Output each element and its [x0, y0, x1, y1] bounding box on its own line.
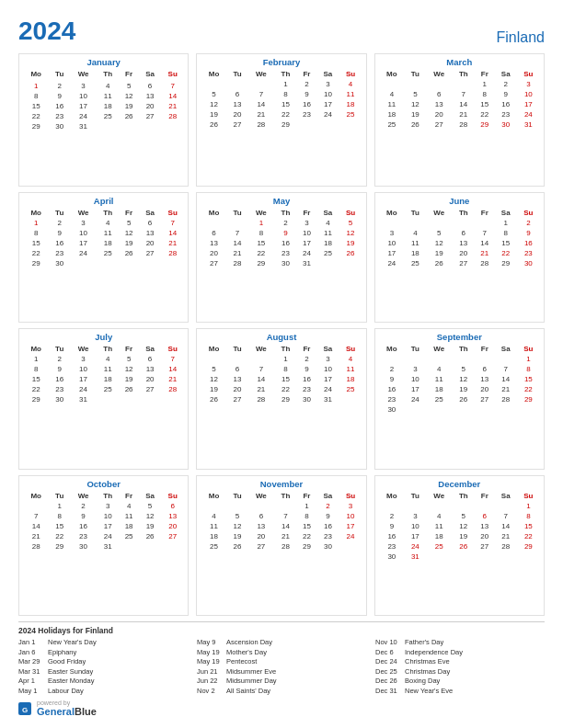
calendar-day: 7 [161, 354, 184, 364]
holiday-date: Apr 1 [18, 677, 44, 685]
calendar-day: 7 [227, 228, 248, 238]
calendar-day: 31 [97, 541, 119, 552]
holiday-date: May 19 [197, 648, 223, 656]
year-label: 2024 [18, 17, 75, 46]
calendar-day: 10 [405, 374, 426, 384]
calendar-day: 21 [161, 374, 184, 384]
list-item: May 19Mother's Day [197, 648, 366, 656]
calendar-day: 21 [247, 109, 274, 119]
calendar-day: 22 [517, 531, 540, 541]
calendar-day: 26 [453, 394, 475, 404]
calendar-day: 13 [201, 238, 226, 248]
calendar-day: 19 [119, 238, 139, 248]
calendar-day: 27 [227, 394, 248, 404]
calendar-day: 17 [379, 248, 405, 258]
calendar-day: 16 [49, 374, 70, 384]
calendar-day: 24 [70, 111, 97, 121]
calendar-day: 31 [296, 258, 316, 268]
calendar-day: 7 [475, 228, 495, 238]
calendar-day [227, 354, 248, 364]
calendar-day: 14 [495, 374, 517, 384]
calendar-day: 9 [49, 228, 70, 238]
calendar-day [379, 501, 405, 511]
calendar-day: 28 [495, 541, 517, 552]
calendar-day [339, 394, 362, 404]
calendar-day: 29 [23, 394, 49, 404]
calendar-day: 24 [316, 109, 339, 119]
calendar-table: MoTuWeThFrSaSu12345678910111213141516171… [23, 344, 184, 404]
holiday-date: Dec 26 [375, 677, 401, 685]
calendar-day: 4 [379, 89, 405, 99]
calendar-day: 28 [23, 541, 49, 552]
calendar-day: 5 [426, 228, 453, 238]
calendar-day [201, 79, 226, 89]
calendar-day: 23 [274, 248, 296, 258]
calendar-day: 3 [316, 354, 339, 364]
calendar-day: 23 [296, 384, 316, 394]
calendar-day [70, 258, 97, 268]
calendar-day: 7 [274, 511, 296, 521]
calendar-day [475, 552, 495, 562]
calendar-day: 31 [316, 394, 339, 404]
calendar-day: 15 [23, 101, 49, 111]
calendar-day [453, 354, 475, 364]
calendar-day [119, 258, 139, 268]
calendar-day: 10 [296, 228, 316, 238]
calendar-day: 6 [201, 228, 226, 238]
calendar-day: 3 [70, 218, 97, 228]
calendar-day [495, 501, 517, 511]
calendar-day: 25 [405, 258, 426, 268]
calendar-day: 25 [339, 109, 362, 119]
calendar-day: 9 [296, 89, 316, 99]
calendar-day [97, 394, 119, 404]
calendar-day: 26 [339, 248, 362, 258]
holiday-name: Midsummer Day [226, 677, 277, 685]
calendar-day: 17 [70, 101, 97, 111]
calendar-day: 4 [426, 511, 453, 521]
month-block-june: JuneMoTuWeThFrSaSu1234567891011121314151… [374, 192, 545, 324]
calendar-table: MoTuWeThFrSaSu12345678910111213141516171… [201, 69, 362, 130]
calendar-day: 4 [339, 79, 362, 89]
holiday-date: Nov 2 [197, 687, 223, 695]
calendar-table: MoTuWeThFrSaSu12345678910111213141516171… [379, 491, 540, 562]
calendar-day [426, 354, 453, 364]
calendar-day: 22 [475, 109, 495, 119]
calendar-day [475, 501, 495, 511]
calendar-day: 17 [316, 374, 339, 384]
calendar-day: 22 [296, 531, 316, 541]
calendar-day: 28 [247, 119, 274, 130]
calendar-day: 20 [139, 238, 161, 248]
calendar-table: MoTuWeThFrSaSu12345678910111213141516171… [201, 491, 362, 552]
calendar-day: 12 [453, 521, 475, 531]
calendar-day: 23 [70, 531, 97, 541]
calendar-day: 28 [227, 258, 248, 268]
calendar-day [139, 541, 161, 552]
calendar-day: 2 [296, 79, 316, 89]
calendar-day: 5 [119, 354, 139, 364]
holidays-title: 2024 Holidays for Finland [18, 626, 545, 635]
calendar-table: MoTuWeThFrSaSu12345678910111213141516171… [23, 491, 184, 552]
calendar-day: 19 [201, 384, 226, 394]
calendar-day: 20 [426, 109, 453, 119]
holiday-date: Jun 22 [197, 677, 223, 685]
calendar-day [247, 501, 274, 511]
calendar-day: 20 [161, 521, 184, 531]
calendar-day: 8 [517, 364, 540, 374]
calendar-day: 10 [405, 521, 426, 531]
calendar-day: 11 [201, 521, 226, 531]
calendar-day: 24 [70, 248, 97, 258]
calendar-day: 1 [23, 218, 49, 228]
powered-by-text: powered by [37, 700, 97, 706]
month-title: July [23, 332, 184, 342]
calendar-day: 2 [70, 501, 97, 511]
holiday-name: Labour Day [48, 687, 84, 695]
calendar-day: 16 [379, 531, 405, 541]
calendar-day: 20 [475, 531, 495, 541]
holiday-name: Ascension Day [226, 638, 272, 646]
calendar-day [316, 119, 339, 130]
holiday-date: May 9 [197, 638, 223, 646]
calendar-day [97, 121, 119, 131]
calendar-day: 19 [339, 238, 362, 248]
calendar-day [119, 541, 139, 552]
calendar-day: 14 [161, 228, 184, 238]
